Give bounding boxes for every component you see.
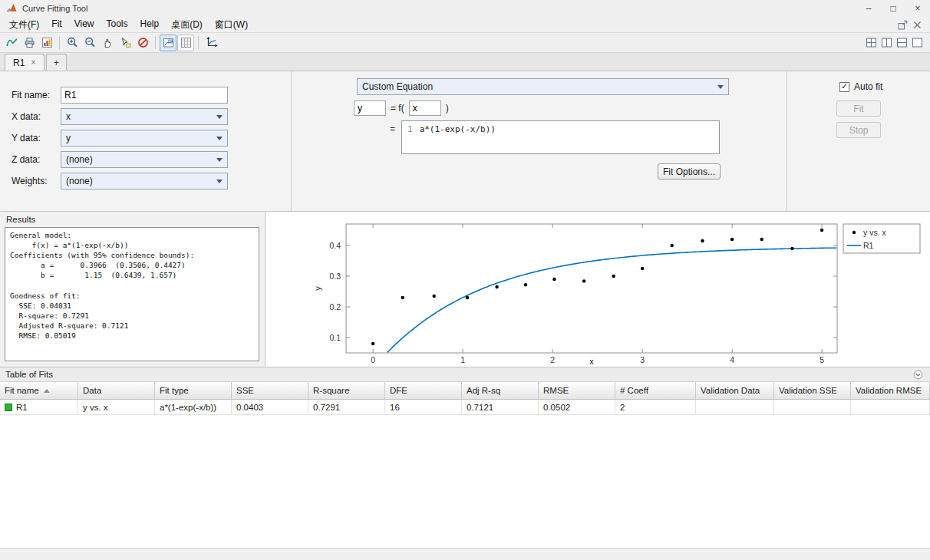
undock-icon[interactable] xyxy=(896,18,909,31)
window-controls: – □ × xyxy=(856,0,930,17)
column-label: Fit type xyxy=(160,386,189,395)
pan-icon[interactable] xyxy=(99,35,116,51)
column-label: R-square xyxy=(313,386,349,395)
zoom-in-icon[interactable] xyxy=(64,35,81,51)
matlab-logo-icon xyxy=(5,2,18,15)
svg-text:0.4: 0.4 xyxy=(329,241,341,250)
fit-table-row[interactable]: R1y vs. xa*(1-exp(-x/b))0.04030.7291160.… xyxy=(0,400,930,415)
curve-fitting-tool-window: Curve Fitting Tool – □ × 文件(F)FitViewToo… xyxy=(0,0,930,560)
auto-fit-checkbox[interactable] xyxy=(839,82,849,92)
minimize-button[interactable]: – xyxy=(856,0,881,17)
column-header-fit-type[interactable]: Fit type xyxy=(155,382,232,399)
weights-label: Weights: xyxy=(12,176,61,186)
column-header-dfe[interactable]: DFE xyxy=(385,382,462,399)
fit-plot[interactable]: 0123450.10.20.30.4xyy vs. xR1 xyxy=(265,212,929,367)
tile-single-icon[interactable] xyxy=(911,36,924,49)
fit-options-button[interactable]: Fit Options... xyxy=(658,163,721,180)
svg-text:y vs. x: y vs. x xyxy=(863,228,887,237)
tile-bottom-icon[interactable] xyxy=(895,36,909,49)
fit-category-select[interactable]: Custom Equation xyxy=(357,78,729,95)
results-panel: Results General model: f(x) = a*(1-exp(-… xyxy=(0,212,265,367)
datacursor-icon[interactable] xyxy=(117,35,134,51)
table-of-fits-title: Table of Fits xyxy=(5,370,53,379)
column-header-r-square[interactable]: R-square xyxy=(308,382,385,399)
f-close-label: ) xyxy=(446,103,449,114)
results-panel-title: Results xyxy=(0,212,265,224)
chevron-down-icon xyxy=(717,85,724,89)
equation-section: Custom Equation = f( ) = 1 a*(1-exp(-x/b… xyxy=(292,71,787,211)
zoom-out-icon[interactable] xyxy=(81,35,98,51)
close-panel-icon[interactable] xyxy=(911,18,924,31)
z-data-select[interactable]: (none) xyxy=(61,151,228,168)
menu-fit[interactable]: Fit xyxy=(45,18,68,32)
menu-view[interactable]: View xyxy=(68,18,101,32)
tile-grid-icon[interactable] xyxy=(865,36,878,49)
column-header-adj-r-sq[interactable]: Adj R-sq xyxy=(462,382,539,399)
column-label: Validation SSE xyxy=(779,386,837,395)
weights-select[interactable]: (none) xyxy=(61,173,228,189)
grid-toggle-icon[interactable] xyxy=(177,35,194,51)
cell-sse: 0.0403 xyxy=(232,400,308,415)
fit-name-input[interactable] xyxy=(61,87,228,104)
x-data-label: X data: xyxy=(12,111,61,122)
exclude-outliers-icon[interactable] xyxy=(134,35,151,51)
status-bar xyxy=(0,548,930,560)
x-data-select[interactable]: x xyxy=(61,108,228,125)
chevron-down-icon xyxy=(216,115,223,119)
z-data-value: (none) xyxy=(66,154,93,165)
menu-file[interactable]: 文件(F) xyxy=(3,18,45,32)
column-header-coeff[interactable]: # Coeff xyxy=(615,382,696,399)
svg-text:1: 1 xyxy=(460,355,465,364)
menu-help[interactable]: Help xyxy=(134,18,165,32)
menu-window[interactable]: 窗口(W) xyxy=(209,18,254,32)
add-tab-button[interactable]: + xyxy=(46,54,67,71)
tab-close-icon[interactable]: × xyxy=(31,58,35,67)
z-data-label: Z data: xyxy=(12,154,61,165)
independent-variable-input[interactable] xyxy=(409,100,441,116)
chevron-down-icon xyxy=(216,158,223,162)
equals-label: = xyxy=(390,124,395,134)
fit-name-row: Fit name: xyxy=(12,87,291,104)
column-header-validation-data[interactable]: Validation Data xyxy=(696,382,774,399)
auto-fit-control[interactable]: Auto fit xyxy=(839,81,882,92)
stop-button[interactable]: Stop xyxy=(836,122,881,138)
column-header-rmse[interactable]: RMSE xyxy=(539,382,615,399)
figure-palette-icon[interactable] xyxy=(38,35,55,51)
svg-text:x: x xyxy=(589,357,594,366)
auto-fit-label: Auto fit xyxy=(854,81,882,92)
close-button[interactable]: × xyxy=(905,0,930,17)
tile-left-icon[interactable] xyxy=(880,36,893,49)
print-icon[interactable] xyxy=(21,35,38,51)
column-label: Fit name xyxy=(5,386,39,395)
column-header-sse[interactable]: SSE xyxy=(232,382,308,399)
results-text: General model: f(x) = a*(1-exp(-x/b)) Co… xyxy=(10,230,254,341)
axes-limits-icon[interactable] xyxy=(203,35,219,51)
fit-button[interactable]: Fit xyxy=(836,100,881,117)
legend-toggle-icon[interactable] xyxy=(160,35,176,51)
dependent-variable-input[interactable] xyxy=(354,100,386,116)
equation-editor[interactable]: 1 a*(1-exp(-x/b)) xyxy=(401,120,720,154)
fit-control-section: Auto fit Fit Stop xyxy=(787,71,930,211)
table-of-fits-panel: Table of Fits Fit nameDataFit typeSSER-s… xyxy=(0,367,930,548)
maximize-button[interactable]: □ xyxy=(881,0,905,17)
weights-value: (none) xyxy=(66,176,93,186)
svg-text:0.3: 0.3 xyxy=(329,272,341,281)
new-fit-icon[interactable] xyxy=(3,35,20,51)
column-header-validation-rmse[interactable]: Validation RMSE xyxy=(851,382,930,399)
window-title: Curve Fitting Tool xyxy=(22,4,87,13)
function-signature-row: = f( ) xyxy=(354,100,449,116)
column-header-validation-sse[interactable]: Validation SSE xyxy=(774,382,851,399)
menu-tools[interactable]: Tools xyxy=(100,18,134,32)
z-data-row: Z data:(none) xyxy=(12,151,291,168)
column-header-data[interactable]: Data xyxy=(78,382,155,399)
column-header-fit-name[interactable]: Fit name xyxy=(0,382,78,399)
table-column-headers: Fit nameDataFit typeSSER-squareDFEAdj R-… xyxy=(0,382,930,400)
toolbar-separator xyxy=(198,36,199,49)
collapse-circle-icon[interactable] xyxy=(912,368,925,381)
sort-ascending-icon xyxy=(44,389,50,393)
menu-items: 文件(F)FitViewToolsHelp桌面(D)窗口(W) xyxy=(3,18,254,32)
y-data-select[interactable]: y xyxy=(61,130,228,147)
tab-r1[interactable]: R1 × xyxy=(5,54,45,71)
menu-desktop[interactable]: 桌面(D) xyxy=(165,18,209,32)
column-label: Validation RMSE xyxy=(856,386,922,395)
